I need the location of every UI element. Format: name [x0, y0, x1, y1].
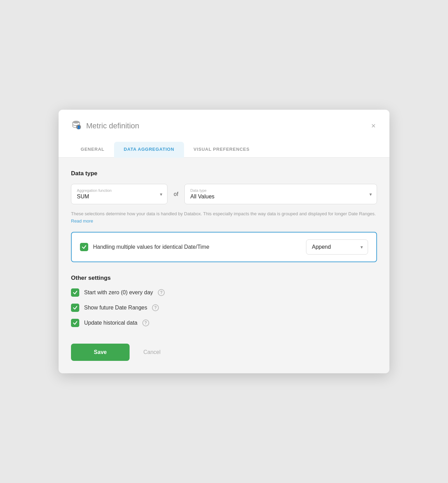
metric-icon: 👤	[71, 119, 81, 132]
append-arrow-icon: ▾	[360, 244, 363, 250]
start-zero-checkbox[interactable]	[71, 288, 79, 297]
start-zero-help-icon[interactable]: ?	[158, 289, 165, 296]
data-type-select[interactable]: Data type All Values ▾	[184, 184, 377, 204]
start-zero-label: Start with zero (0) every day	[84, 289, 153, 296]
aggregation-label: Aggregation function	[77, 188, 152, 193]
data-type-title: Data type	[71, 170, 377, 177]
handling-box: Handling multiple values for identical D…	[71, 232, 377, 262]
modal-container: 👤 Metric definition × GENERAL DATA AGGRE…	[59, 110, 389, 373]
svg-point-0	[73, 121, 80, 124]
setting-row-0: Start with zero (0) every day ?	[71, 288, 377, 297]
svg-text:👤: 👤	[77, 125, 81, 129]
update-historical-label: Update historical data	[84, 320, 138, 326]
modal-body: Data type Aggregation function SUM ▾ of …	[59, 158, 389, 373]
hint-text: These selections determine how your data…	[71, 210, 377, 225]
close-button[interactable]: ×	[370, 121, 377, 131]
future-dates-label: Show future Date Ranges	[84, 305, 147, 311]
aggregation-arrow-icon: ▾	[160, 191, 162, 197]
future-dates-checkbox[interactable]	[71, 304, 79, 312]
of-text: of	[174, 191, 178, 197]
tab-general[interactable]: GENERAL	[71, 142, 114, 158]
setting-row-2: Update historical data ?	[71, 319, 377, 327]
data-type-row: Aggregation function SUM ▾ of Data type …	[71, 184, 377, 204]
tabs-container: GENERAL DATA AGGREGATION VISUAL PREFEREN…	[71, 142, 377, 157]
modal-overlay: 👤 Metric definition × GENERAL DATA AGGRE…	[0, 0, 448, 483]
read-more-link[interactable]: Read more	[71, 218, 93, 224]
data-type-arrow-icon: ▾	[369, 191, 372, 197]
tab-data-aggregation[interactable]: DATA AGGREGATION	[114, 142, 184, 158]
modal-header: 👤 Metric definition × GENERAL DATA AGGRE…	[59, 110, 389, 158]
cancel-button[interactable]: Cancel	[136, 344, 167, 361]
tab-visual-preferences[interactable]: VISUAL PREFERENCES	[184, 142, 259, 158]
data-type-section: Data type Aggregation function SUM ▾ of …	[71, 170, 377, 262]
aggregation-function-select[interactable]: Aggregation function SUM ▾	[71, 184, 167, 204]
future-dates-help-icon[interactable]: ?	[152, 304, 159, 311]
other-settings-title: Other settings	[71, 275, 377, 282]
modal-title-row: 👤 Metric definition ×	[71, 119, 377, 132]
data-type-label: Data type	[190, 188, 362, 193]
handling-left: Handling multiple values for identical D…	[80, 243, 209, 251]
save-button[interactable]: Save	[71, 344, 130, 361]
handling-checkbox[interactable]	[80, 243, 88, 251]
data-type-value: All Values	[190, 194, 362, 200]
handling-label: Handling multiple values for identical D…	[93, 244, 209, 250]
footer-buttons: Save Cancel	[71, 341, 377, 361]
update-historical-checkbox[interactable]	[71, 319, 79, 327]
append-select[interactable]: Append ▾	[306, 239, 368, 255]
modal-title-left: 👤 Metric definition	[71, 119, 139, 132]
update-historical-help-icon[interactable]: ?	[142, 319, 149, 326]
aggregation-value: SUM	[77, 194, 152, 200]
modal-title: Metric definition	[86, 121, 139, 130]
other-settings-section: Other settings Start with zero (0) every…	[71, 275, 377, 327]
setting-row-1: Show future Date Ranges ?	[71, 304, 377, 312]
append-value: Append	[312, 244, 331, 250]
